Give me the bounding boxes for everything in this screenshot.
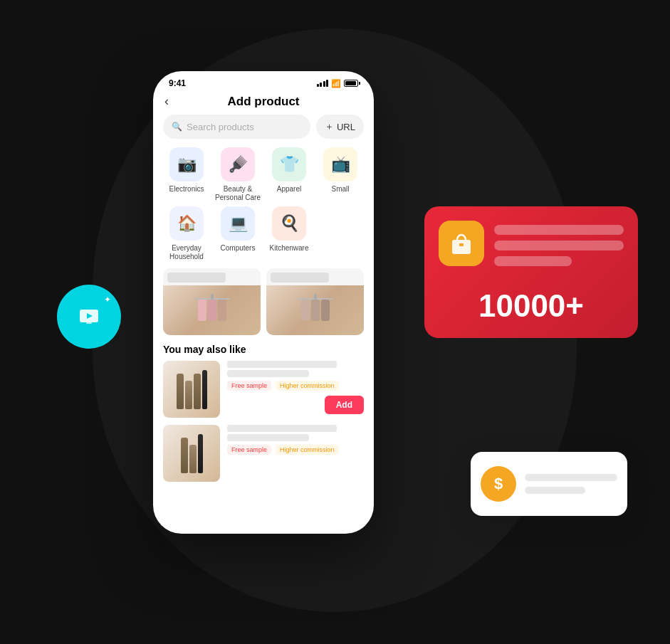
svg-rect-4 [218, 300, 226, 321]
product-info-2: Free sample Higher commission [227, 425, 364, 482]
category-kitchenware[interactable]: 🍳 Kitchenware [266, 206, 313, 261]
category-small[interactable]: 📺 Small [317, 147, 364, 202]
badge-commission-1: Higher commission [276, 381, 339, 391]
search-input[interactable]: 🔍 Search products [163, 115, 310, 139]
product-title-bar-1 [227, 361, 337, 368]
dollar-symbol: $ [494, 475, 503, 493]
svg-rect-11 [459, 243, 464, 246]
category-kitchenware-label: Kitchenware [269, 244, 308, 253]
status-time: 9:41 [169, 78, 186, 88]
product-info-1: Free sample Higher commission Add [227, 361, 364, 418]
category-computers-label: Computers [221, 244, 256, 253]
wc-line-2 [525, 487, 585, 494]
signal-icon [317, 80, 329, 87]
kitchenware-icon: 🍳 [272, 206, 306, 241]
section-title-you-may-like: You may also like [153, 341, 374, 361]
search-icon: 🔍 [172, 122, 182, 132]
category-electronics[interactable]: 📷 Electronics [163, 147, 210, 202]
bottle-2-2 [189, 445, 197, 473]
badges-1: Free sample Higher commission [227, 381, 364, 391]
svg-rect-14 [86, 322, 92, 324]
category-apparel-label: Apparel [277, 185, 301, 194]
white-card-lines [525, 474, 617, 494]
svg-rect-9 [321, 300, 330, 321]
category-small-label: Small [331, 185, 349, 194]
battery-icon [344, 80, 358, 87]
bottle-3 [194, 374, 201, 409]
badges-2: Free sample Higher commission [227, 445, 364, 455]
dollar-icon: $ [481, 466, 516, 502]
product-list-item-1: Free sample Higher commission Add [153, 361, 374, 425]
household-icon: 🏠 [169, 206, 204, 241]
svg-rect-8 [311, 300, 320, 321]
badge-free-sample-1: Free sample [227, 381, 271, 391]
bottle-2-3 [198, 434, 203, 473]
card-line-2 [494, 241, 624, 250]
small-icon: 📺 [323, 147, 357, 181]
sparkle-icon: ✦ [104, 295, 111, 305]
card-top-row [439, 221, 624, 266]
url-label: URL [337, 122, 355, 132]
product-list-item-2: Free sample Higher commission [153, 425, 374, 489]
apparel-icon: 👕 [272, 147, 306, 181]
bottle-1 [177, 374, 184, 409]
bottle-4 [202, 370, 207, 409]
card-line-3 [494, 256, 572, 266]
phone-frame: 9:41 📶 ‹ Add product 🔍 Search products [153, 71, 374, 534]
page-header: ‹ Add product [153, 91, 374, 115]
floating-card-white: $ [471, 452, 627, 516]
badge-free-sample-2: Free sample [227, 445, 271, 455]
shop-bag-icon [439, 221, 484, 266]
product-subtitle-bar-1 [227, 370, 309, 377]
product-preview-row [153, 268, 374, 341]
electronics-icon: 📷 [169, 147, 204, 181]
search-placeholder-text: Search products [187, 122, 254, 132]
product-image-1 [163, 285, 261, 335]
product-title-bar-2 [227, 425, 337, 432]
svg-rect-6 [314, 294, 317, 300]
tv-icon [79, 309, 99, 324]
category-beauty-label: Beauty & Personal Care [214, 185, 261, 202]
url-plus-icon: ＋ [325, 120, 334, 133]
search-area: 🔍 Search products ＋ URL [153, 115, 374, 147]
page-title: Add product [227, 95, 299, 109]
category-beauty[interactable]: 🪮 Beauty & Personal Care [214, 147, 261, 202]
svg-rect-1 [211, 294, 214, 300]
tv-circle[interactable]: ✦ [57, 285, 121, 349]
product-thumb-2 [163, 425, 220, 482]
card-big-number: 10000+ [439, 288, 624, 324]
svg-rect-2 [198, 300, 206, 321]
beauty-icon: 🪮 [221, 147, 255, 181]
svg-rect-3 [208, 300, 216, 321]
product-subtitle-bar-2 [227, 434, 309, 441]
product-label-bar-1 [167, 273, 226, 283]
background-scene: 9:41 📶 ‹ Add product 🔍 Search products [0, 0, 670, 644]
product-preview-card-1[interactable] [163, 268, 261, 335]
svg-rect-7 [301, 300, 310, 321]
category-apparel[interactable]: 👕 Apparel [266, 147, 313, 202]
product-thumb-1 [163, 361, 220, 418]
product-preview-card-2[interactable] [266, 268, 364, 335]
bottle-2-1 [181, 438, 188, 473]
product-image-2 [266, 285, 364, 335]
wc-line-1 [525, 474, 617, 481]
category-household[interactable]: 🏠 Everyday Household [163, 206, 210, 261]
card-text-lines [494, 225, 624, 266]
add-button-1[interactable]: Add [325, 396, 364, 414]
wifi-icon: 📶 [331, 79, 341, 88]
computers-icon: 💻 [221, 206, 255, 241]
floating-card-red: 10000+ [424, 206, 638, 338]
badge-commission-2: Higher commission [276, 445, 339, 455]
svg-rect-10 [452, 240, 471, 254]
status-bar: 9:41 📶 [153, 71, 374, 91]
card-line-1 [494, 225, 624, 235]
category-household-label: Everyday Household [163, 244, 210, 261]
url-button[interactable]: ＋ URL [316, 115, 364, 139]
category-grid: 📷 Electronics 🪮 Beauty & Personal Care 👕… [153, 147, 374, 268]
tv-inner [79, 309, 99, 324]
category-electronics-label: Electronics [169, 185, 204, 194]
product-label-bar-2 [271, 273, 329, 283]
back-button[interactable]: ‹ [164, 94, 169, 109]
category-computers[interactable]: 💻 Computers [214, 206, 261, 261]
bottle-2 [185, 381, 192, 409]
